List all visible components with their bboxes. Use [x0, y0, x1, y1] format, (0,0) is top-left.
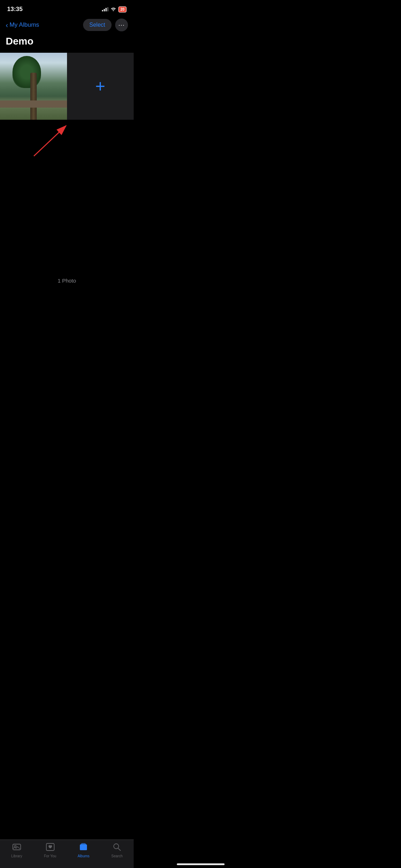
back-button[interactable]: ‹ My Albums	[6, 21, 39, 29]
content-spacer	[0, 120, 134, 271]
plus-icon: +	[95, 78, 105, 95]
tree-trunk	[30, 73, 37, 119]
battery-icon: 20	[118, 6, 127, 12]
wifi-icon	[110, 7, 116, 12]
nature-image	[0, 53, 67, 120]
signal-bars-icon	[102, 7, 108, 11]
back-chevron-icon: ‹	[6, 21, 8, 29]
more-options-button[interactable]: ···	[115, 19, 128, 31]
nav-actions: Select ···	[83, 19, 128, 31]
add-photos-button[interactable]: +	[67, 53, 134, 120]
photos-grid-wrapper: +	[0, 53, 134, 120]
status-icons: 20	[102, 6, 127, 12]
wall	[0, 100, 67, 108]
status-time: 13:35	[7, 6, 22, 13]
tree-top	[12, 56, 41, 88]
album-title: Demo	[0, 34, 134, 53]
photos-grid: +	[0, 53, 134, 120]
back-label: My Albums	[10, 21, 39, 29]
status-bar: 13:35 20	[0, 0, 134, 16]
app-container: 13:35 20 ‹ My Albums Select ···	[0, 0, 134, 289]
photo-thumbnail[interactable]	[0, 53, 67, 120]
photo-count-label: 1 Photo	[0, 270, 134, 289]
select-button[interactable]: Select	[83, 19, 112, 31]
navigation-bar: ‹ My Albums Select ···	[0, 16, 134, 34]
